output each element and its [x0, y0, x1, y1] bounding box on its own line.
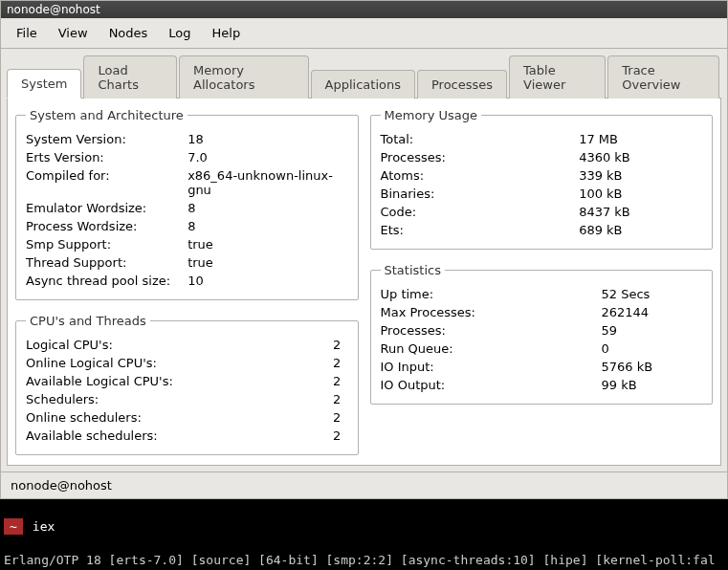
table-row: Max Processes:262144 — [381, 303, 703, 321]
group-system-architecture-legend: System and Architecture — [26, 108, 188, 122]
kv-key: Atoms: — [381, 166, 580, 185]
kv-value: 4360 kB — [579, 148, 702, 166]
menu-nodes[interactable]: Nodes — [99, 22, 158, 44]
kv-key: IO Output: — [381, 376, 602, 394]
kv-key: Run Queue: — [381, 340, 602, 358]
kv-value: 7.0 — [188, 148, 347, 166]
menu-file[interactable]: File — [7, 22, 47, 44]
kv-key: Max Processes: — [381, 303, 602, 321]
table-row: Atoms:339 kB — [381, 166, 703, 185]
tab-system[interactable]: System — [7, 69, 81, 99]
kv-key: Online schedulers: — [26, 408, 333, 427]
table-row: Available Logical CPU's:2 — [26, 372, 348, 390]
tab-system-pane: System and Architecture System Version:1… — [7, 98, 721, 466]
table-row: Binaries:100 kB — [381, 185, 703, 203]
tab-applications[interactable]: Applications — [311, 70, 415, 99]
tab-table-viewer[interactable]: Table Viewer — [509, 55, 606, 99]
kv-key: Available schedulers: — [26, 427, 333, 445]
kv-key: Processes: — [381, 321, 602, 340]
tab-trace-overview[interactable]: Trace Overview — [607, 55, 719, 99]
kv-key: IO Input: — [381, 358, 602, 376]
kv-key: Ets: — [381, 221, 580, 239]
system-architecture-table: System Version:18 Erts Version:7.0 Compi… — [26, 130, 348, 290]
window-title: nonode@nohost — [7, 3, 100, 16]
kv-value: 5766 kB — [601, 358, 702, 376]
statusbar-text: nonode@nohost — [11, 478, 112, 493]
table-row: Processes:59 — [381, 321, 703, 340]
kv-key: Smp Support: — [26, 235, 188, 253]
table-row: Erts Version:7.0 — [26, 148, 348, 166]
kv-key: Available Logical CPU's: — [26, 372, 333, 390]
kv-key: Online Logical CPU's: — [26, 354, 333, 372]
kv-value: 10 — [188, 272, 347, 290]
table-row: Schedulers:2 — [26, 390, 348, 408]
kv-value: x86_64-unknown-linux-gnu — [188, 166, 347, 199]
kv-value: 2 — [333, 354, 347, 372]
table-row: Smp Support:true — [26, 235, 348, 253]
terminal-tab-iex[interactable]: iex — [27, 518, 60, 536]
kv-value: 8437 kB — [579, 203, 702, 221]
table-row: Async thread pool size:10 — [26, 272, 348, 290]
table-row: Available schedulers:2 — [26, 427, 348, 445]
terminal-tabbar: ~iex — [4, 518, 724, 536]
table-row: Emulator Wordsize:8 — [26, 199, 348, 217]
kv-value: 2 — [333, 372, 347, 390]
menu-log[interactable]: Log — [159, 22, 200, 44]
kv-key: Erts Version: — [26, 148, 188, 166]
kv-value: 689 kB — [579, 221, 702, 239]
table-row: Compiled for:x86_64-unknown-linux-gnu — [26, 166, 348, 199]
kv-value: 2 — [333, 427, 347, 445]
kv-key: Process Wordsize: — [26, 217, 188, 235]
kv-key: Code: — [381, 203, 580, 221]
table-row: Online schedulers:2 — [26, 408, 348, 427]
statistics-table: Up time:52 Secs Max Processes:262144 Pro… — [381, 285, 703, 394]
kv-value: 100 kB — [579, 185, 702, 203]
kv-key: Processes: — [381, 148, 580, 166]
tab-load-charts[interactable]: Load Charts — [83, 55, 177, 99]
menu-view[interactable]: View — [49, 22, 98, 44]
kv-value: 2 — [333, 336, 347, 354]
tab-processes[interactable]: Processes — [417, 70, 507, 99]
terminal[interactable]: ~iex Erlang/OTP 18 [erts-7.0] [source] [… — [0, 499, 728, 570]
group-cpus-threads-legend: CPU's and Threads — [26, 314, 150, 328]
kv-value: 0 — [601, 340, 702, 358]
kv-value: 8 — [188, 199, 347, 217]
kv-value: 99 kB — [601, 376, 702, 394]
menu-help[interactable]: Help — [203, 22, 251, 44]
terminal-tab-home[interactable]: ~ — [4, 518, 23, 536]
table-row: Online Logical CPU's:2 — [26, 354, 348, 372]
kv-value: 52 Secs — [601, 285, 702, 303]
tab-memory-allocators[interactable]: Memory Allocators — [179, 55, 308, 99]
table-row: Total:17 MB — [381, 130, 703, 148]
group-memory-usage: Memory Usage Total:17 MB Processes:4360 … — [370, 108, 714, 250]
table-row: Run Queue:0 — [381, 340, 703, 358]
left-column: System and Architecture System Version:1… — [15, 108, 359, 455]
kv-value: 59 — [601, 321, 702, 340]
kv-key: Binaries: — [381, 185, 580, 203]
table-row: IO Output:99 kB — [381, 376, 703, 394]
kv-key: Async thread pool size: — [26, 272, 188, 290]
kv-value: 18 — [188, 130, 347, 148]
kv-key: Total: — [381, 130, 580, 148]
window-titlebar[interactable]: nonode@nohost — [1, 1, 727, 18]
table-row: Processes:4360 kB — [381, 148, 703, 166]
tabbar: System Load Charts Memory Allocators App… — [1, 49, 727, 98]
statusbar: nonode@nohost — [1, 471, 727, 498]
table-row: Logical CPU's:2 — [26, 336, 348, 354]
group-statistics-legend: Statistics — [381, 263, 445, 277]
table-row: Ets:689 kB — [381, 221, 703, 239]
kv-value: 17 MB — [579, 130, 702, 148]
kv-key: Compiled for: — [26, 166, 188, 199]
observer-window: nonode@nohost File View Nodes Log Help S… — [0, 0, 728, 499]
kv-key: Emulator Wordsize: — [26, 199, 188, 217]
memory-usage-table: Total:17 MB Processes:4360 kB Atoms:339 … — [381, 130, 703, 239]
kv-value: 339 kB — [579, 166, 702, 185]
right-column: Memory Usage Total:17 MB Processes:4360 … — [370, 108, 714, 455]
kv-key: System Version: — [26, 130, 188, 148]
table-row: Up time:52 Secs — [381, 285, 703, 303]
table-row: Process Wordsize:8 — [26, 217, 348, 235]
table-row: IO Input:5766 kB — [381, 358, 703, 376]
group-memory-usage-legend: Memory Usage — [381, 108, 482, 122]
kv-value: true — [188, 235, 347, 253]
kv-key: Logical CPU's: — [26, 336, 333, 354]
